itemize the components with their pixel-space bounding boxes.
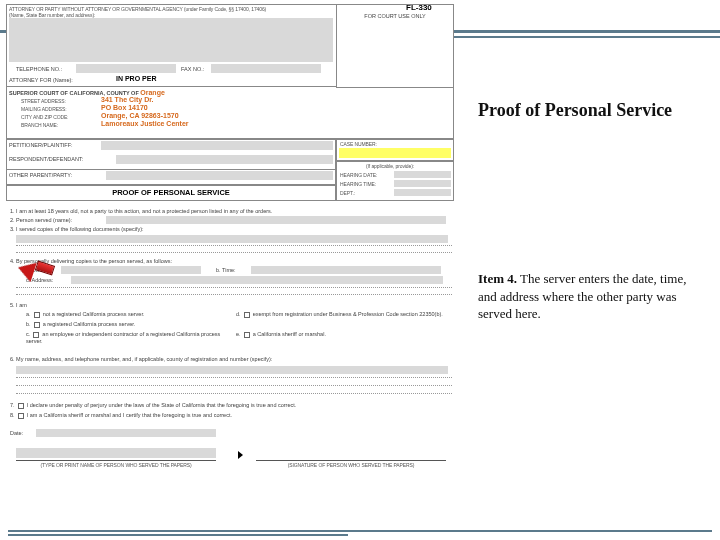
petitioner-label: PETITIONER/PLAINTIFF: (9, 142, 73, 149)
case-number-highlight (339, 148, 451, 158)
item-5d: d. exempt from registration under Busine… (236, 311, 446, 318)
if-applicable: (If applicable, provide): (366, 163, 414, 169)
footer-rule (8, 530, 712, 532)
branch-val: Lamoreaux Justice Center (101, 120, 189, 128)
telephone-label: TELEPHONE NO.: (16, 66, 62, 73)
slide: Proof of Personal Service Item 4. The se… (0, 0, 720, 540)
annotation-item4: Item 4. The server enters the date, time… (478, 270, 698, 323)
respondent-label: RESPONDENT/DEFENDANT: (9, 156, 83, 163)
item-1: 1. I am at least 18 years old, not a par… (10, 208, 450, 215)
telephone-fill (76, 64, 176, 73)
item-5: 5. I am (10, 302, 27, 309)
court-use-only: FOR COURT USE ONLY (341, 13, 449, 20)
form-heading: PROOF OF PERSONAL SERVICE (6, 188, 336, 197)
county: Orange (140, 89, 165, 96)
item-5b: b. a registered California process serve… (26, 321, 135, 328)
branch-label: BRANCH NAME: (21, 122, 58, 128)
date-label: Date: (10, 430, 23, 437)
item-4c: c. Address: (26, 277, 53, 284)
attorney-for-label: ATTORNEY FOR (Name): (9, 77, 73, 84)
fax-fill (211, 64, 321, 73)
signature-caret-icon (238, 451, 243, 459)
fax-label: FAX NO.: (181, 66, 204, 73)
item-6: 6. My name, address, and telephone numbe… (10, 356, 450, 363)
case-number-label: CASE NUMBER: (340, 141, 377, 147)
item-4b: b. Time: (216, 267, 236, 274)
signature-left-caption: (TYPE OR PRINT NAME OF PERSON WHO SERVED… (16, 462, 216, 468)
item-2: 2. Person served (name): (10, 217, 72, 224)
in-pro-per: IN PRO PER (116, 75, 156, 83)
slide-title: Proof of Personal Service (478, 100, 672, 121)
form-fl330: FL-330 FOR COURT USE ONLY ATTORNEY OR PA… (6, 4, 456, 524)
street-label: STREET ADDRESS: (21, 98, 66, 104)
item-4: 4. By personally delivering copies to th… (10, 258, 172, 265)
item-5c: c. an employee or independent contractor… (26, 331, 226, 344)
item-5e: e. a California sheriff or marshal. (236, 331, 326, 338)
other-parent-label: OTHER PARENT/PARTY: (9, 172, 72, 179)
hearing-date-label: HEARING DATE: (340, 172, 377, 178)
form-number: FL-330 (406, 3, 432, 13)
item-4a: a. Date: (26, 267, 45, 274)
cityzip-label: CITY AND ZIP CODE: (21, 114, 68, 120)
signature-right-caption: (SIGNATURE OF PERSON WHO SERVED THE PAPE… (256, 462, 446, 468)
attorney-fill (9, 18, 333, 62)
item-7: 7. I declare under penalty of perjury un… (10, 402, 450, 409)
mail-label: MAILING ADDRESS: (21, 106, 67, 112)
hearing-time-label: HEARING TIME: (340, 181, 376, 187)
item-5a: a. not a registered California process s… (26, 311, 144, 318)
dept-label: DEPT.: (340, 190, 355, 196)
item-8: 8. I am a California sheriff or marshal … (10, 412, 450, 419)
item-3: 3. I served copies of the following docu… (10, 226, 144, 233)
annotation-lead: Item 4. (478, 271, 517, 286)
